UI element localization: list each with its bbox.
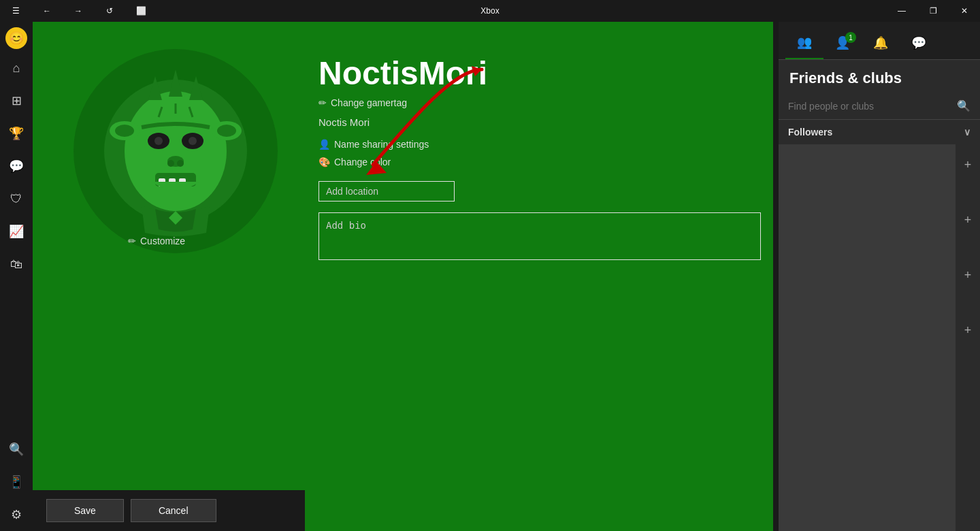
sidebar-item-devices[interactable]: 📱 (0, 466, 33, 498)
customize-button[interactable]: ✏ Customize (128, 236, 185, 246)
title-bar: ☰ ← → ↺ ⬜ Xbox — ❐ ✕ (0, 0, 980, 22)
svg-point-5 (217, 125, 236, 137)
svg-point-4 (115, 125, 134, 137)
bottom-bar: Save Cancel (33, 490, 305, 531)
svg-point-14 (154, 137, 163, 145)
sidebar-item-home[interactable]: ⌂ (0, 52, 33, 84)
app-title: Xbox (480, 6, 499, 16)
location-input[interactable] (318, 181, 455, 202)
pencil-icon: ✏ (128, 236, 136, 246)
minimize-button[interactable]: — (886, 0, 917, 22)
refresh-button[interactable]: ↺ (94, 0, 125, 22)
menu-button[interactable]: ☰ (0, 0, 31, 22)
profile-area: ✏ Customize NoctisMori ✏ Change gamertag… (33, 22, 773, 531)
tab-people[interactable]: 👤 1 (823, 27, 862, 59)
followers-section-header: Followers ∨ (779, 120, 980, 144)
notifications-icon: 🔔 (873, 35, 888, 50)
cancel-button[interactable]: Cancel (131, 499, 216, 522)
find-friends-icon: 👥 (797, 35, 812, 50)
tab-find-friends[interactable]: 👥 (785, 27, 823, 59)
sidebar-item-library[interactable]: ⊞ (0, 84, 33, 117)
title-bar-left: ☰ ← → ↺ ⬜ (0, 0, 157, 22)
sidebar-item-social[interactable]: 💬 (0, 150, 33, 182)
avatar[interactable]: 😊 (5, 27, 27, 49)
panel-side-buttons: + + + + (956, 144, 980, 531)
sidebar-item-settings[interactable]: ⚙ (0, 498, 33, 531)
panel-tabs: 👥 👤 1 🔔 💬 (779, 22, 980, 60)
panel-search-bar: 🔍 (779, 93, 980, 120)
sidebar-item-search[interactable]: 🔍 (0, 433, 33, 466)
sidebar-item-achievements[interactable]: 🏆 (0, 117, 33, 150)
sidebar-item-store[interactable]: 🛍 (0, 248, 33, 280)
gamertag-title: NoctisMori (318, 56, 761, 92)
panel-add-btn-2[interactable]: + (964, 213, 972, 227)
customize-label: Customize (140, 236, 185, 246)
close-button[interactable]: ✕ (949, 0, 980, 22)
sidebar: 😊 ⌂ ⊞ 🏆 💬 🛡 📈 🛍 🔍 📱 ⚙ (0, 22, 33, 531)
main-content: ✏ Customize NoctisMori ✏ Change gamertag… (33, 22, 773, 531)
panel-add-btn-3[interactable]: + (964, 268, 972, 283)
profile-info: NoctisMori ✏ Change gamertag Noctis Mori… (291, 49, 761, 504)
followers-chevron-icon[interactable]: ∨ (964, 127, 970, 138)
avatar-section: ✏ Customize (74, 49, 291, 267)
change-color-label: Change color (334, 157, 391, 167)
panel-title: Friends & clubs (779, 60, 980, 93)
svg-point-17 (167, 160, 174, 167)
panel-scroll-area: + + + + (779, 144, 980, 531)
palette-icon: 🎨 (318, 157, 330, 167)
messages-icon: 💬 (911, 35, 926, 50)
capture-button[interactable]: ⬜ (125, 0, 157, 22)
save-button[interactable]: Save (46, 499, 124, 522)
change-gamertag-label: Change gamertag (331, 97, 407, 108)
search-icon[interactable]: 🔍 (957, 99, 970, 112)
change-color-button[interactable]: 🎨 Change color (318, 157, 761, 167)
notification-badge: 1 (845, 32, 856, 43)
tab-notifications[interactable]: 🔔 (862, 27, 900, 59)
person-icon: 👤 (318, 139, 330, 150)
panel-search-input[interactable] (788, 101, 950, 112)
tab-messages[interactable]: 💬 (900, 27, 938, 59)
name-sharing-label: Name sharing settings (334, 139, 429, 150)
sidebar-item-privacy[interactable]: 🛡 (0, 182, 33, 215)
pencil-icon-gamertag: ✏ (318, 97, 327, 108)
right-panel: 👥 👤 1 🔔 💬 Friends & clubs 🔍 Followers ∨ … (779, 22, 980, 531)
sidebar-item-trending[interactable]: 📈 (0, 215, 33, 248)
avatar-circle (74, 49, 278, 253)
back-button[interactable]: ← (31, 0, 63, 22)
avatar-image (101, 63, 250, 240)
name-sharing-button[interactable]: 👤 Name sharing settings (318, 139, 761, 150)
change-gamertag-button[interactable]: ✏ Change gamertag (318, 97, 761, 108)
panel-add-btn-1[interactable]: + (964, 158, 972, 172)
window-controls: — ❐ ✕ (886, 0, 980, 22)
bio-input[interactable] (318, 212, 761, 260)
svg-point-18 (177, 160, 184, 167)
followers-label: Followers (788, 127, 832, 138)
real-name: Noctis Mori (318, 116, 761, 128)
restore-button[interactable]: ❐ (917, 0, 949, 22)
svg-point-15 (189, 137, 197, 145)
forward-button[interactable]: → (63, 0, 94, 22)
panel-add-btn-4[interactable]: + (964, 323, 972, 338)
